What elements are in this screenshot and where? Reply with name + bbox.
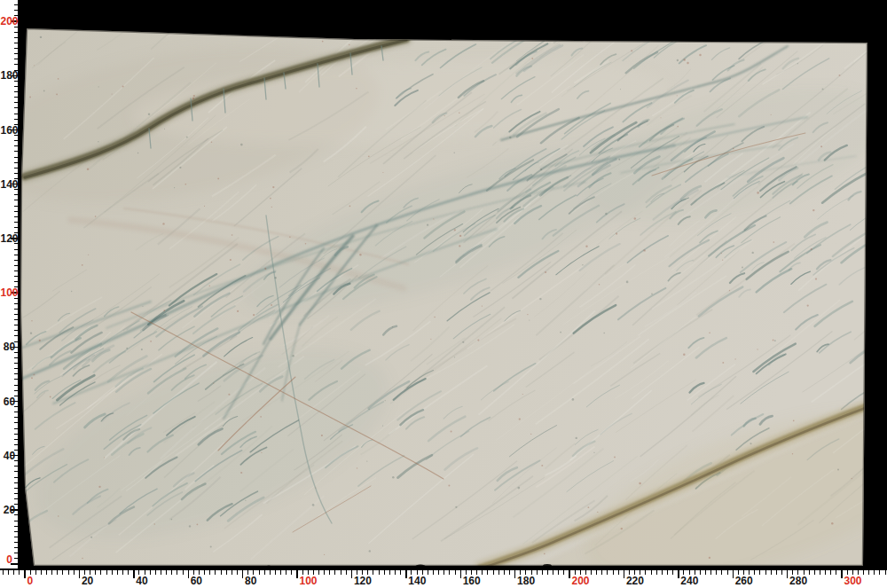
speckle: [527, 314, 528, 315]
speckle: [603, 333, 604, 333]
speckle: [742, 267, 743, 269]
speckle: [459, 112, 459, 113]
speckle: [831, 522, 833, 524]
speckle: [240, 144, 243, 146]
speckle: [366, 460, 367, 461]
speckle: [126, 348, 128, 349]
speckle: [729, 290, 730, 291]
speckle: [58, 515, 59, 517]
ruler-label: 220: [626, 575, 644, 587]
speckle: [112, 93, 113, 94]
ruler-label: 140: [408, 575, 426, 587]
ruler-strip: [0, 568, 887, 588]
speckle: [385, 400, 386, 401]
speckle: [822, 88, 824, 90]
speckle: [315, 487, 316, 488]
speckle: [31, 377, 33, 379]
speckle: [540, 169, 542, 170]
ruler-label: 140: [0, 178, 18, 191]
speckle: [349, 205, 351, 207]
speckle: [820, 145, 822, 147]
ruler-baseline: [18, 0, 20, 570]
ruler-baseline: [0, 568, 887, 570]
ruler-label: 20: [4, 504, 16, 516]
speckle: [531, 58, 533, 59]
speckle: [171, 519, 173, 521]
speckle: [477, 340, 479, 341]
speckle: [34, 65, 35, 66]
speckle: [434, 317, 436, 318]
speckle: [593, 452, 594, 453]
speckle: [773, 241, 774, 243]
speckle: [293, 355, 294, 357]
speckle: [392, 326, 393, 327]
speckle: [427, 224, 428, 226]
speckle: [349, 44, 349, 45]
speckle: [87, 169, 90, 171]
speckle: [237, 310, 239, 312]
speckle: [217, 177, 219, 179]
speckle: [228, 394, 230, 396]
speckle: [722, 260, 723, 261]
speckle: [162, 223, 164, 224]
speckle: [98, 86, 99, 87]
speckle: [253, 314, 255, 316]
speckle: [148, 114, 150, 115]
speckle: [356, 88, 357, 90]
speckle: [792, 453, 793, 454]
speckle: [208, 286, 210, 287]
ruler-label: 200: [572, 575, 590, 587]
speckle: [305, 243, 307, 245]
ruler-label: 160: [0, 124, 18, 137]
speckle: [56, 93, 58, 95]
ruler-label: 20: [82, 575, 94, 587]
speckle: [626, 281, 629, 284]
speckle: [179, 167, 181, 169]
speckle: [204, 206, 205, 207]
speckle: [312, 504, 315, 506]
speckle: [757, 349, 757, 349]
speckle: [213, 382, 214, 383]
speckle: [193, 95, 195, 97]
speckle: [382, 426, 383, 427]
ruler-label: 180: [517, 575, 535, 587]
speckle: [321, 435, 323, 436]
speckle: [150, 341, 152, 342]
speckle: [639, 482, 641, 485]
speckle: [605, 213, 608, 216]
speckle: [275, 277, 277, 278]
speckle: [40, 36, 42, 38]
speckle: [34, 374, 35, 376]
speckle: [104, 457, 105, 458]
speckle: [530, 434, 531, 435]
speckle: [271, 304, 272, 306]
speckle: [39, 340, 41, 341]
speckle: [196, 523, 198, 525]
speckle: [322, 41, 324, 43]
speckle: [797, 63, 798, 64]
speckle: [677, 59, 679, 61]
speckle: [722, 362, 724, 364]
speckle: [575, 437, 577, 439]
speckle: [560, 332, 561, 333]
speckle: [582, 264, 583, 265]
speckle: [82, 264, 83, 266]
ruler-label: 80: [4, 341, 16, 353]
speckle: [359, 254, 361, 255]
speckle: [614, 457, 616, 459]
speckle: [454, 153, 455, 153]
speckle: [163, 310, 165, 311]
speckle: [232, 234, 233, 236]
speckle: [184, 184, 186, 185]
speckle: [58, 78, 59, 80]
ruler-label: 120: [354, 575, 372, 587]
speckle: [618, 159, 620, 161]
speckle: [545, 271, 546, 273]
speckle: [448, 485, 450, 487]
speckle: [620, 89, 621, 90]
speckle: [98, 486, 100, 488]
ruler-label: 300: [844, 575, 862, 587]
speckle: [643, 249, 645, 251]
speckle: [186, 137, 188, 138]
ruler-label: 260: [735, 575, 753, 587]
